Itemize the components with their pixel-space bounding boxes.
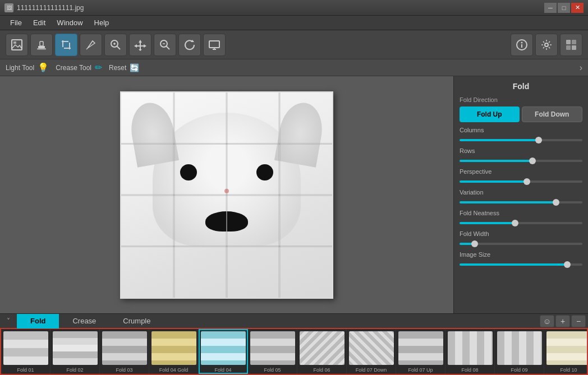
tabs-collapse-arrow[interactable]: ˅ xyxy=(0,314,17,328)
window-controls: ─ □ ✕ xyxy=(544,3,584,13)
svg-line-17 xyxy=(166,46,169,49)
window-title: 111111111111111.jpg xyxy=(17,4,84,12)
slider-input-0[interactable] xyxy=(460,139,582,141)
tab-fold[interactable]: Fold xyxy=(17,314,59,328)
refresh-icon: 🔄 xyxy=(130,63,139,72)
crop-tool-button[interactable] xyxy=(55,34,77,56)
thumbnail-item[interactable]: Fold 07 Down xyxy=(347,329,396,374)
thumbnail-item[interactable]: Fold 07 Up xyxy=(396,329,445,374)
light-icon: 💡 xyxy=(38,62,49,73)
title-bar: 🖼 111111111111111.jpg ─ □ ✕ xyxy=(0,0,588,16)
image-tool-button[interactable] xyxy=(6,34,28,56)
minimize-button[interactable]: ─ xyxy=(544,3,557,13)
fold-direction-label: Fold Direction xyxy=(460,96,582,103)
tab-action-face[interactable]: ☺ xyxy=(540,315,554,327)
thumbnail-image xyxy=(250,331,295,365)
panel-title: Fold xyxy=(460,82,582,91)
tab-crumple[interactable]: Crumple xyxy=(109,314,164,328)
thumbnail-item[interactable]: Fold 01 xyxy=(1,329,50,374)
slider-row-image-size: Image Size xyxy=(460,251,582,267)
light-tool-item[interactable]: Light Tool 💡 xyxy=(6,62,49,73)
canvas-area xyxy=(0,76,453,313)
slider-input-4[interactable] xyxy=(460,222,582,224)
zoom-out-button[interactable] xyxy=(154,34,176,56)
thumbnail-item[interactable]: Fold 05 xyxy=(248,329,297,374)
menu-file[interactable]: File xyxy=(4,16,27,29)
slider-label-5: Fold Width xyxy=(460,230,582,237)
tab-crease[interactable]: Crease xyxy=(59,314,109,328)
main-area: Fold Fold Direction Fold Up Fold Down Co… xyxy=(0,76,588,313)
thumbnail-label: Fold 08 xyxy=(461,367,478,373)
menu-help[interactable]: Help xyxy=(89,16,115,29)
stamp-tool-button[interactable] xyxy=(30,34,53,56)
slider-input-3[interactable] xyxy=(460,201,582,203)
svg-rect-26 xyxy=(566,40,571,44)
zoom-in-button[interactable] xyxy=(104,34,127,56)
slider-label-0: Columns xyxy=(460,127,582,133)
slider-row-variation: Variation xyxy=(460,189,582,205)
canvas-image[interactable] xyxy=(120,91,333,299)
thumbnail-image xyxy=(201,331,246,365)
reset-label: Reset xyxy=(109,64,126,72)
crease-icon: ✏ xyxy=(95,62,102,73)
thumbnail-label: Fold 07 Up xyxy=(408,367,433,373)
thumbnail-item[interactable]: Fold 08 xyxy=(445,329,495,374)
effects-button[interactable] xyxy=(560,34,582,56)
svg-line-13 xyxy=(117,46,120,49)
svg-rect-0 xyxy=(12,40,22,50)
slider-input-1[interactable] xyxy=(460,160,582,162)
rotate-button[interactable] xyxy=(178,34,201,56)
settings-button[interactable] xyxy=(535,34,558,56)
info-button[interactable] xyxy=(511,34,533,56)
thumbnail-label: Fold 10 xyxy=(560,367,577,373)
menu-window[interactable]: Window xyxy=(51,16,88,29)
fold-up-button[interactable]: Fold Up xyxy=(460,107,520,122)
thumbnail-label: Fold 01 xyxy=(17,367,34,373)
main-toolbar xyxy=(0,30,588,59)
slider-input-5[interactable] xyxy=(460,243,582,245)
thumbnail-item[interactable]: Fold 03 xyxy=(100,329,149,374)
reset-item[interactable]: Reset 🔄 xyxy=(109,63,139,72)
slider-row-columns: Columns xyxy=(460,127,582,143)
right-panel: Fold Fold Direction Fold Up Fold Down Co… xyxy=(453,76,588,313)
nav-arrow[interactable]: › xyxy=(580,63,582,73)
thumbnail-item[interactable]: Fold 02 xyxy=(50,329,100,374)
crease-tool-item[interactable]: Crease Tool ✏ xyxy=(56,62,102,73)
thumbnail-image xyxy=(53,331,98,365)
thumbnail-item[interactable]: Fold 10 xyxy=(544,329,588,374)
thumbnail-image xyxy=(3,331,48,365)
slider-label-3: Variation xyxy=(460,189,582,196)
maximize-button[interactable]: □ xyxy=(558,3,570,13)
bottom-tabs: ˅ Fold Crease Crumple ☺ + − xyxy=(0,313,588,328)
thumbnail-image xyxy=(398,331,443,365)
tab-action-remove[interactable]: − xyxy=(571,315,586,327)
svg-marker-14 xyxy=(134,40,146,51)
thumbnail-item[interactable]: Fold 06 xyxy=(297,329,347,374)
thumbnails-row: Fold 01 Fold 02 Fold 03 Fold 04 Gold Fol… xyxy=(0,328,588,375)
fold-direction-buttons: Fold Up Fold Down xyxy=(460,107,582,122)
thumbnail-image xyxy=(300,331,344,365)
menu-bar: File Edit Window Help xyxy=(0,16,588,30)
thumbnail-item[interactable]: Fold 09 xyxy=(495,329,544,374)
thumbnail-item[interactable]: Fold 04 Gold xyxy=(149,329,199,374)
slider-label-1: Rows xyxy=(460,147,582,154)
slider-input-2[interactable] xyxy=(460,180,582,183)
menu-edit[interactable]: Edit xyxy=(27,16,51,29)
pen-tool-button[interactable] xyxy=(80,34,102,56)
close-button[interactable]: ✕ xyxy=(571,3,584,13)
thumbnail-item[interactable]: Fold 04 xyxy=(199,329,248,374)
tab-action-add[interactable]: + xyxy=(555,315,570,327)
fold-grid-svg xyxy=(121,92,332,298)
tab-actions: ☺ + − xyxy=(540,315,588,327)
move-tool-button[interactable] xyxy=(129,34,151,56)
svg-point-42 xyxy=(224,188,229,193)
svg-point-24 xyxy=(521,41,523,43)
svg-rect-3 xyxy=(40,41,43,46)
thumbnail-image xyxy=(448,331,493,365)
screen-button[interactable] xyxy=(203,34,226,56)
thumbnail-label: Fold 02 xyxy=(66,367,83,373)
slider-input-6[interactable] xyxy=(460,263,582,266)
fold-down-button[interactable]: Fold Down xyxy=(522,107,583,122)
svg-rect-29 xyxy=(572,45,576,50)
app-icon: 🖼 xyxy=(4,3,13,12)
